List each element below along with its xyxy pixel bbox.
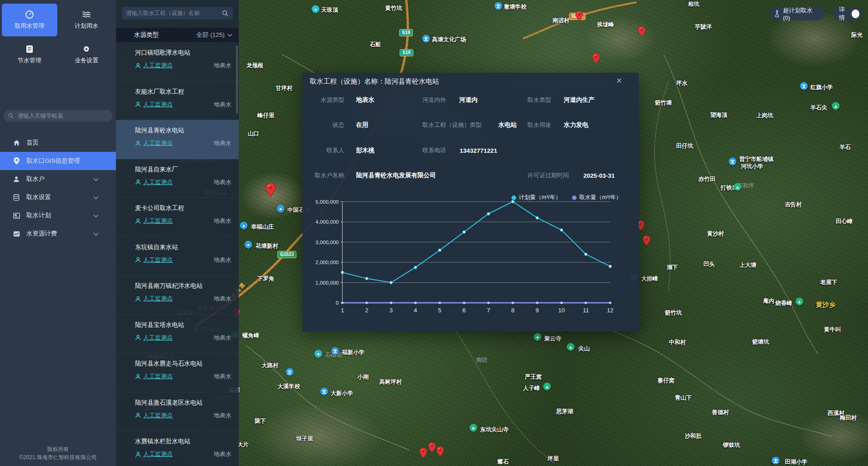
list-item[interactable]: 陆河县激石溪老区水电站人工监测点地表水 xyxy=(116,392,239,431)
manual-monitor-link[interactable]: 人工监测点 xyxy=(135,256,173,264)
manual-monitor-link[interactable]: 人工监测点 xyxy=(135,217,173,225)
filter-dropdown[interactable]: 全部 (125) xyxy=(196,31,232,39)
red-map-pin[interactable] xyxy=(576,11,583,23)
app-tile-4[interactable]: 业务设置 xyxy=(59,38,115,71)
road-shield: S19 xyxy=(399,29,413,36)
app-tile-2[interactable]: 计划用水 xyxy=(59,4,115,36)
manual-monitor-link[interactable]: 人工监测点 xyxy=(135,450,173,458)
app-tile-label: 业务设置 xyxy=(75,56,98,65)
app-tile-label: 取用水管理 xyxy=(15,22,44,30)
database-icon xyxy=(13,194,20,201)
manual-monitor-link[interactable]: 人工监测点 xyxy=(135,295,173,303)
list-item[interactable]: 麦卡公司取水工程人工监测点地表水 xyxy=(116,198,239,237)
manual-monitor-link[interactable]: 人工监测点 xyxy=(135,178,173,186)
temple-marker[interactable]: ♣ xyxy=(470,424,477,432)
field-value: 2025-03-31 xyxy=(583,172,615,179)
manual-monitor-link[interactable]: 人工监测点 xyxy=(135,100,173,109)
mountain-marker[interactable]: ▲ xyxy=(543,383,551,391)
red-map-pin[interactable] xyxy=(638,26,645,38)
manual-monitor-link[interactable]: 人工监测点 xyxy=(135,334,173,342)
list-item[interactable]: 友能水厂取水工程人工监测点地表水 xyxy=(116,81,239,120)
sidebar-search-box[interactable] xyxy=(4,110,112,122)
map-place-label: 善德村 xyxy=(712,409,729,416)
toggle-knob[interactable] xyxy=(852,10,859,18)
sidebar-item-5[interactable]: 取水计划 xyxy=(0,206,116,225)
map-place-label: 黄沙乡 xyxy=(816,301,836,309)
map-place-label: 上大塘 xyxy=(739,261,757,269)
school-marker[interactable]: ● xyxy=(277,205,285,213)
legend-item[interactable]: 计划量（m³/年） xyxy=(512,194,561,201)
school-marker[interactable]: 文 xyxy=(495,2,502,10)
app-tile-3[interactable]: 节水管理 xyxy=(2,38,57,71)
station-search-input[interactable] xyxy=(126,10,222,16)
field-label: 状态 xyxy=(332,121,344,129)
map-place-label: 福新小学 xyxy=(342,349,365,356)
list-scrollbar[interactable] xyxy=(236,45,238,114)
list-item[interactable]: 陆河县宝塔水电站人工监测点地表水 xyxy=(116,315,239,354)
school-marker[interactable]: 文 xyxy=(331,347,339,355)
search-icon[interactable] xyxy=(222,10,229,17)
temple-marker[interactable]: ♣ xyxy=(534,333,542,341)
map-place-label: 严王窝 xyxy=(525,373,542,381)
red-map-pin[interactable] xyxy=(643,236,650,247)
map-place-label: 坪水 xyxy=(676,80,687,87)
app-root: 甬莞高速 黄竹坑天珠顶墩塘学校相坑南进村挨垅峰芋陂洋际光高塘文化广场石船龙颈根甘… xyxy=(0,0,868,466)
mountain-marker[interactable]: ▲ xyxy=(567,343,575,351)
manual-monitor-link[interactable]: 人工监测点 xyxy=(135,61,173,70)
map-place-label: 箭竹塘 xyxy=(655,99,672,107)
sidebar-item-3[interactable]: 取水户 xyxy=(0,170,116,188)
red-map-pin[interactable] xyxy=(420,448,427,460)
field-label: 联系电话 xyxy=(422,146,446,155)
school-marker[interactable]: ● xyxy=(245,241,252,249)
school-marker[interactable]: 文 xyxy=(422,35,430,43)
mountain-marker[interactable]: ▲ xyxy=(832,102,840,110)
sidebar-item-6[interactable]: 水资源计费 xyxy=(0,225,116,243)
map-place-label: 耀石 xyxy=(497,458,509,466)
mountain-marker[interactable]: ▲ xyxy=(734,183,742,191)
map-place-label: 赤竹田 xyxy=(698,175,716,183)
list-item[interactable]: 河口镇唱歌潭水电站人工监测点地表水 xyxy=(116,42,239,81)
app-tile-1[interactable]: 取用水管理 xyxy=(2,4,57,36)
list-item[interactable]: 陆河县青砼水电站人工监测点地表水 xyxy=(116,120,239,159)
red-map-pin[interactable] xyxy=(266,183,276,198)
map-place-label: 陇下 xyxy=(255,417,266,425)
station-name: 陆河县南万镇杞洋水电站 xyxy=(135,282,231,290)
red-map-pin[interactable] xyxy=(592,53,600,65)
sidebar-item-4[interactable]: 取水设置 xyxy=(0,188,116,206)
red-map-pin[interactable] xyxy=(428,442,436,454)
list-item[interactable]: 水唇镇水栏肚水电站人工监测点地表水 xyxy=(116,431,239,466)
school-marker[interactable]: 文 xyxy=(800,82,808,90)
list-item[interactable]: 陆河县水唇走马石水电站人工监测点地表水 xyxy=(116,353,239,392)
legend-item[interactable]: 取水量（m³/年） xyxy=(572,194,622,201)
location-pin-icon xyxy=(13,157,20,165)
school-marker[interactable]: 文 xyxy=(772,457,780,465)
list-item[interactable]: 东坑镇自来水站人工监测点地表水 xyxy=(116,237,239,276)
map-place-label: 中和村 xyxy=(669,339,686,346)
manual-monitor-link[interactable]: 人工监测点 xyxy=(135,411,173,420)
sidebar-search-input[interactable] xyxy=(18,113,108,119)
poi-marker[interactable]: ● xyxy=(312,5,320,13)
map-place-label: 幸福山庄 xyxy=(251,223,274,231)
sidebar-item-label: 水资源计费 xyxy=(26,230,57,238)
over-plan-alert-button[interactable]: 超计划取水(0) xyxy=(769,7,825,20)
red-map-pin[interactable] xyxy=(437,446,444,458)
poi-marker[interactable]: ● xyxy=(315,350,322,358)
close-icon[interactable]: ✕ xyxy=(616,76,622,85)
water-source-type: 地表水 xyxy=(214,178,231,186)
mountain-marker[interactable]: ▲ xyxy=(796,298,803,306)
station-search-box[interactable] xyxy=(122,7,233,20)
sidebar-item-2[interactable]: 取水口GIS信息管理 xyxy=(0,152,116,170)
school-marker[interactable]: ● xyxy=(240,222,248,230)
list-item[interactable]: 陆河县南万镇杞洋水电站人工监测点地表水 xyxy=(116,276,239,315)
sidebar-item-1[interactable]: 首页 xyxy=(0,134,116,152)
water-source-type: 地表水 xyxy=(214,450,231,458)
svg-text:3: 3 xyxy=(389,307,392,314)
school-marker[interactable]: 文 xyxy=(321,388,328,396)
manual-monitor-link[interactable]: 人工监测点 xyxy=(135,139,173,147)
detail-toggle[interactable]: 详情 xyxy=(833,7,862,20)
map-place-label: 大排嶂 xyxy=(641,275,658,283)
list-item[interactable]: 陆河县自来水厂人工监测点地表水 xyxy=(116,159,239,198)
school-marker[interactable]: 文 xyxy=(286,368,294,376)
school-marker[interactable]: 文 xyxy=(729,158,737,165)
manual-monitor-link[interactable]: 人工监测点 xyxy=(135,372,173,381)
